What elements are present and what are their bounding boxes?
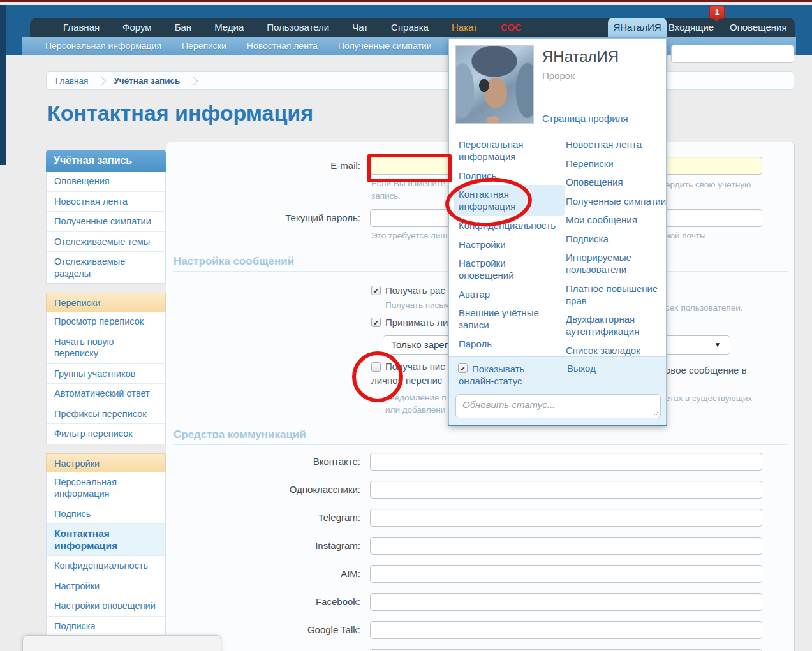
dropdown-item[interactable]: Внешние учётные записи <box>459 307 554 331</box>
subnav-item[interactable]: Персональная информация <box>35 37 172 55</box>
nav-item-special[interactable]: СОС <box>489 18 533 37</box>
resize-handle-icon[interactable] <box>653 411 659 416</box>
sidebar-item[interactable]: Настройки <box>47 576 165 597</box>
sidebar-item[interactable]: Конфиденциальность <box>47 556 165 576</box>
dropdown-item[interactable]: Оповещения <box>566 176 667 188</box>
sidebar-item[interactable]: Подписка <box>47 617 165 637</box>
dropdown-item[interactable]: Настройки оповещений <box>459 257 554 281</box>
sidebar: Учётная записьОповещенияНовостная лентаП… <box>46 150 166 651</box>
sidebar-section-title: Настройки <box>46 453 166 472</box>
nav-item[interactable]: Главная <box>52 18 111 37</box>
email-on-message-label-line2: личной перепис <box>371 375 442 386</box>
social-field-input[interactable] <box>370 621 762 639</box>
sidebar-item[interactable]: Префиксы переписок <box>47 404 165 425</box>
dropdown-item[interactable]: Конфиденциальность <box>459 219 554 231</box>
sidebar-item[interactable]: Отслеживаемые разделы <box>47 252 165 283</box>
logout-link[interactable]: Выход <box>567 363 596 374</box>
email-label: E-mail: <box>169 157 360 175</box>
social-field-input[interactable] <box>370 593 762 611</box>
avatar[interactable] <box>455 45 534 124</box>
social-field-input[interactable] <box>370 537 762 555</box>
sidebar-item[interactable]: Оповещения <box>47 172 165 192</box>
status-update-input[interactable] <box>455 394 661 418</box>
user-menu-tab[interactable]: ЯНаталИЯ <box>608 18 667 37</box>
social-field-input[interactable] <box>370 565 762 583</box>
sidebar-section: Учётная записьОповещенияНовостная лентаП… <box>46 150 166 284</box>
dropdown-item[interactable]: Настройки <box>459 238 554 251</box>
dropdown-item[interactable]: Контактная информация <box>454 185 565 216</box>
sidebar-item[interactable]: Отслеживаемые темы <box>47 232 165 252</box>
dropdown-item[interactable]: Переписки <box>566 157 667 170</box>
subnav-item[interactable]: Переписки <box>172 37 237 55</box>
email-note-fragment: ердить свою учётную <box>665 180 751 189</box>
nav-item-inbox[interactable]: Входящие <box>668 18 714 37</box>
sidebar-item[interactable]: Полученные симпатии <box>47 212 165 232</box>
sidebar-item[interactable]: Настройки оповещений <box>47 596 165 617</box>
page-title: Контактная информация <box>47 101 313 126</box>
email-on-message-note-fragment: етах в существующих <box>665 393 752 403</box>
dropdown-item[interactable]: Аватар <box>459 288 554 300</box>
sidebar-item[interactable]: Контактная информация <box>47 524 165 556</box>
mailing-note: Получать письм <box>385 300 450 310</box>
nav-item[interactable]: Медиа <box>203 18 255 37</box>
search-input[interactable] <box>671 45 794 63</box>
sidebar-item[interactable]: Группы участников <box>47 364 165 384</box>
dropdown-item[interactable]: Мои сообщения <box>566 214 667 226</box>
email-note-line2: запись. <box>371 191 401 201</box>
social-field-input[interactable] <box>370 509 762 527</box>
email-on-message-checkbox[interactable] <box>371 362 381 372</box>
dropdown-user-title: Пророк <box>542 70 575 81</box>
sidebar-item[interactable]: Подпись <box>47 504 165 525</box>
breadcrumb: ГлавнаяУчётная запись <box>46 71 794 90</box>
nav-item[interactable]: Чат <box>341 18 380 37</box>
dropdown-item[interactable]: Новостная лента <box>566 138 667 150</box>
profile-page-link[interactable]: Страница профиля <box>542 113 628 124</box>
comms-section-heading: Средства коммуникаций <box>173 428 788 445</box>
dropdown-item[interactable]: Подписка <box>566 233 667 245</box>
sidebar-section: ПерепискиПросмотр переписокНачать новую … <box>46 293 166 444</box>
sidebar-item[interactable]: Фильтр переписок <box>47 424 165 444</box>
nav-item[interactable]: Пользователи <box>255 18 341 37</box>
nav-item[interactable]: Форум <box>111 18 163 37</box>
mailing-checkbox[interactable]: ✔ <box>371 286 381 295</box>
password-note-fragment: ной почты. <box>665 231 708 240</box>
online-status-label: Показывать онлайн-статус <box>459 363 542 387</box>
social-field-label: AIM: <box>169 565 360 583</box>
inbox-unread-badge[interactable]: 1 <box>709 6 725 19</box>
dropdown-item[interactable]: Пароль <box>459 338 554 350</box>
breadcrumb-item[interactable]: Главная <box>55 76 88 85</box>
nav-item-alerts[interactable]: Оповещения <box>730 18 787 37</box>
social-field-input[interactable] <box>370 453 762 471</box>
social-field-input[interactable] <box>370 481 762 499</box>
dropdown-item[interactable]: Полученные симпатии <box>566 195 667 207</box>
dropdown-header: ЯНаталИЯ Пророк Страница профиля <box>449 39 666 135</box>
dropdown-item[interactable]: Игнорируемые пользователи <box>566 251 667 275</box>
email-on-message-label-fragment: овое сообщение в <box>665 365 747 376</box>
mailing-checkbox-label: Получать рас <box>385 285 445 296</box>
accept-messages-label: Принимать ли <box>385 317 448 328</box>
subnav-item[interactable]: Полученные симпатии <box>328 37 442 55</box>
nav-item[interactable]: Бан <box>163 18 203 37</box>
dropdown-item[interactable]: Подпись <box>459 170 554 182</box>
dropdown-item[interactable]: Двухфакторная аутентификация <box>566 313 667 337</box>
accept-messages-checkbox[interactable]: ✔ <box>371 318 381 327</box>
dropdown-item[interactable]: Персональная информация <box>459 138 554 163</box>
chevron-down-icon: ▼ <box>714 336 721 354</box>
social-field-label: Instagram: <box>169 537 360 555</box>
breadcrumb-item[interactable]: Учётная запись <box>114 76 180 85</box>
mailing-note-fragment: сех пользователей. <box>665 303 742 312</box>
sidebar-item[interactable]: Просмотр переписок <box>47 312 165 332</box>
dropdown-item[interactable]: Платное повышение прав <box>566 282 667 307</box>
email-on-message-note-line2: или добавлени <box>385 405 445 414</box>
sidebar-item[interactable]: Автоматический ответ <box>47 384 165 404</box>
sidebar-item[interactable]: Новостная лента <box>47 192 165 212</box>
page: ГлавнаяФорумБанМедиаПользователиЧатСправ… <box>0 0 812 651</box>
dropdown-item[interactable]: Список закладок <box>566 344 667 356</box>
email-on-message-note: Уведомление п <box>385 393 447 402</box>
subnav-item[interactable]: Новостная лента <box>237 37 328 55</box>
nav-item-special[interactable]: Накат <box>440 18 489 37</box>
sidebar-item[interactable]: Начать новую переписку <box>47 332 165 364</box>
online-status-checkbox[interactable]: ✔ <box>458 363 468 373</box>
sidebar-item[interactable]: Персональная информация <box>47 472 165 504</box>
nav-item[interactable]: Справка <box>380 18 440 37</box>
